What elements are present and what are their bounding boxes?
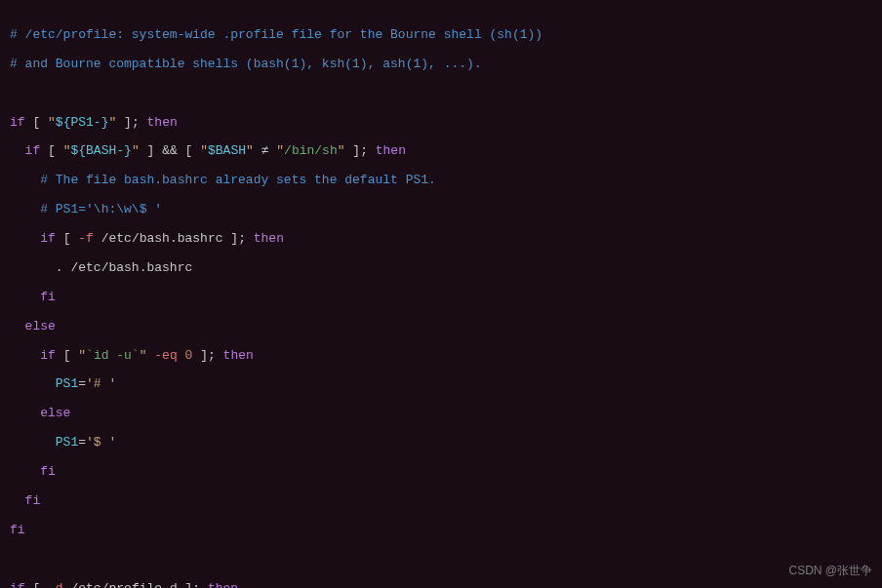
code-line: fi [10,524,872,538]
code-line: if [ -f /etc/bash.bashrc ]; then [10,232,872,247]
code-line: if [ "${BASH-}" ] && [ "$BASH" ≠ "/bin/s… [10,144,872,159]
code-line: else [10,407,872,421]
code-line: fi [10,494,872,509]
code-line: # The file bash.bashrc already sets the … [10,174,872,188]
code-line: if [ "`id -u`" -eq 0 ]; then [10,349,872,364]
code-line: fi [10,465,872,480]
code-line: PS1='$ ' [10,436,872,451]
code-line: else [10,320,872,334]
code-line: if [ "${PS1-}" ]; then [10,116,872,131]
code-line: # PS1='\h:\w\$ ' [10,203,872,217]
watermark-text: CSDN @张世争 [788,565,872,578]
code-line: PS1='# ' [10,377,872,392]
code-line: # and Bourne compatible shells (bash(1),… [10,58,872,72]
blank-line [10,87,872,101]
code-line: # /etc/profile: system-wide .profile fil… [10,28,872,43]
code-line: . /etc/bash.bashrc [10,261,872,276]
code-line: fi [10,291,872,305]
code-line: if [ -d /etc/profile.d ]; then [10,582,872,588]
code-editor[interactable]: # /etc/profile: system-wide .profile fil… [0,0,882,588]
blank-line [10,553,872,568]
